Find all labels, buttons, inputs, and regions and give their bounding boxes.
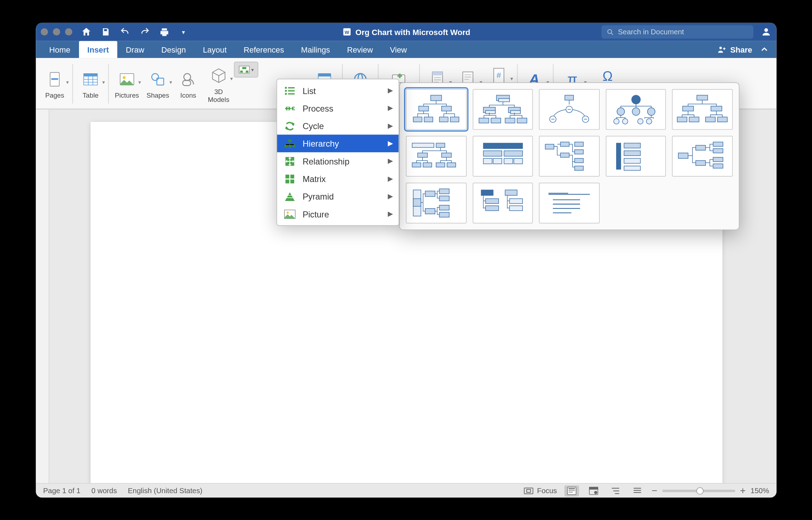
fullscreen-dot-icon[interactable] <box>65 28 72 35</box>
share-label: Share <box>730 45 752 54</box>
gallery-circle-picture-hierarchy[interactable] <box>605 89 666 129</box>
submenu-arrow-icon: ▶ <box>387 157 392 165</box>
svg-rect-75 <box>711 106 722 111</box>
svg-rect-96 <box>560 142 569 146</box>
gallery-hierarchy[interactable] <box>672 89 732 129</box>
gallery-half-circle-org-chart[interactable] <box>539 89 599 129</box>
tab-home[interactable]: Home <box>40 41 79 58</box>
print-icon[interactable] <box>158 26 169 37</box>
tab-references[interactable]: References <box>235 41 292 58</box>
status-word-count[interactable]: 0 words <box>91 486 117 495</box>
svg-rect-36 <box>293 144 295 147</box>
vertical-ruler[interactable] <box>36 109 49 483</box>
smartart-cat-matrix[interactable]: Matrix ▶ <box>277 170 398 187</box>
status-language[interactable]: English (United States) <box>128 486 202 495</box>
gallery-name-title-org-chart[interactable] <box>472 89 533 129</box>
svg-rect-122 <box>481 190 493 195</box>
svg-rect-45 <box>419 106 428 111</box>
smartart-cat-process[interactable]: Process ▶ <box>277 99 398 117</box>
svg-rect-129 <box>526 489 530 492</box>
picture-icon <box>283 207 296 220</box>
smartart-cat-pyramid[interactable]: Pyramid ▶ <box>277 187 398 205</box>
gallery-horizontal-hierarchy[interactable] <box>672 136 732 176</box>
redo-icon[interactable] <box>139 26 150 37</box>
view-outline[interactable] <box>608 485 623 496</box>
gallery-horizontal-org-chart[interactable] <box>539 136 599 176</box>
ribbon-icons[interactable]: Icons <box>173 60 203 107</box>
svg-point-72 <box>646 118 652 124</box>
word-file-icon: W <box>342 27 352 36</box>
share-button[interactable]: Share <box>717 44 752 54</box>
minimize-dot-icon[interactable] <box>53 28 60 35</box>
svg-rect-112 <box>713 157 723 161</box>
view-draft[interactable] <box>630 485 644 496</box>
svg-rect-106 <box>624 166 640 170</box>
svg-rect-6 <box>51 78 58 80</box>
gallery-organization-chart[interactable] <box>406 89 466 129</box>
tab-draw[interactable]: Draw <box>117 41 153 58</box>
ribbon-pictures[interactable]: ▾ Pictures <box>111 60 143 107</box>
home-icon[interactable] <box>81 26 92 37</box>
save-icon[interactable] <box>100 26 111 37</box>
account-icon[interactable] <box>761 26 772 37</box>
svg-rect-18 <box>246 70 248 73</box>
svg-rect-35 <box>288 144 292 147</box>
tab-layout[interactable]: Layout <box>194 41 235 58</box>
process-icon <box>283 101 296 114</box>
collapse-ribbon-icon[interactable] <box>758 43 770 55</box>
tab-design[interactable]: Design <box>153 41 194 58</box>
gallery-table-hierarchy[interactable] <box>472 136 533 176</box>
smartart-icon <box>238 64 250 74</box>
gallery-hierarchy-list[interactable] <box>472 182 533 223</box>
zoom-in-button[interactable]: + <box>740 485 746 496</box>
submenu-arrow-icon: ▶ <box>387 87 392 94</box>
cube-icon <box>209 67 228 85</box>
gallery-lined-list[interactable] <box>539 182 599 223</box>
tab-review[interactable]: Review <box>338 41 381 58</box>
svg-rect-17 <box>240 70 242 73</box>
ribbon-shapes[interactable]: ▾ Shapes <box>143 60 173 107</box>
ribbon-smartart[interactable]: ▾ <box>234 62 258 77</box>
svg-rect-76 <box>677 117 687 122</box>
zoom-slider[interactable] <box>662 489 735 492</box>
gallery-horizontal-labeled-hierarchy[interactable] <box>406 182 466 223</box>
ribbon-pages[interactable]: ▾ Pages <box>39 60 70 107</box>
gallery-horizontal-multi-level[interactable] <box>605 136 666 176</box>
ribbon-table[interactable]: ▾ Table <box>75 60 105 107</box>
zoom-level[interactable]: 150% <box>751 486 769 495</box>
svg-rect-104 <box>624 151 640 156</box>
window-controls[interactable] <box>40 28 72 35</box>
tab-view[interactable]: View <box>381 41 415 58</box>
svg-rect-115 <box>413 198 421 206</box>
gallery-labeled-hierarchy[interactable] <box>406 136 466 176</box>
status-page[interactable]: Page 1 of 1 <box>43 486 80 495</box>
svg-rect-98 <box>575 142 583 146</box>
svg-point-136 <box>594 491 596 493</box>
focus-icon <box>524 487 533 494</box>
view-print-layout[interactable] <box>564 485 579 496</box>
undo-icon[interactable] <box>119 26 130 37</box>
svg-rect-94 <box>514 158 522 163</box>
tab-insert[interactable]: Insert <box>79 41 117 58</box>
smartart-cat-hierarchy[interactable]: Hierarchy ▶ <box>277 134 398 152</box>
svg-rect-99 <box>575 149 583 154</box>
search-input[interactable]: Search in Document <box>601 25 753 38</box>
titlebar: ▾ W Org Chart with Microsoft Word Search… <box>36 23 776 41</box>
smartart-cat-picture[interactable]: Picture ▶ <box>277 205 398 222</box>
focus-mode-button[interactable]: Focus <box>524 486 557 495</box>
svg-rect-34 <box>284 144 287 147</box>
smartart-cat-cycle[interactable]: Cycle ▶ <box>277 117 398 134</box>
smartart-cat-list[interactable]: List ▶ <box>277 82 398 99</box>
hierarchy-icon <box>283 137 296 150</box>
svg-rect-8 <box>84 74 97 77</box>
zoom-out-button[interactable]: − <box>652 485 657 496</box>
smartart-cat-relationship[interactable]: Relationship ▶ <box>277 152 398 170</box>
ribbon-insert: ▾ Pages ▾ Table ▾ Pictures ▾ Shapes Icon… <box>36 58 776 109</box>
close-dot-icon[interactable] <box>40 28 48 35</box>
ribbon-3d-models[interactable]: ▾ 3D Models <box>203 60 234 107</box>
quick-access-toolbar: ▾ <box>81 26 189 37</box>
tab-mailings[interactable]: Mailings <box>292 41 338 58</box>
qat-customize-icon[interactable]: ▾ <box>178 26 189 37</box>
view-web-layout[interactable] <box>586 485 600 496</box>
svg-rect-93 <box>504 158 512 163</box>
